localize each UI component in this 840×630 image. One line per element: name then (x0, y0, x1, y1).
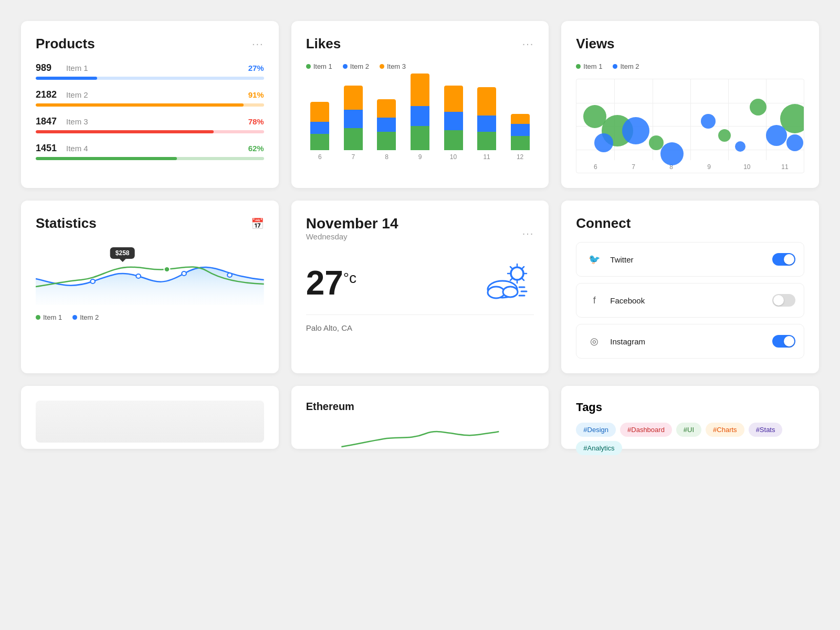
tag[interactable]: #Charts (706, 423, 744, 437)
bubble (594, 133, 613, 152)
legend-item: Item 3 (380, 62, 406, 70)
views-header: Views (576, 36, 804, 52)
likes-chart: 6 7 8 9 (306, 79, 534, 173)
weather-temp: 27 °c (306, 264, 356, 302)
svg-line-13 (510, 279, 512, 280)
product-row: 1847 Item 3 78% (36, 116, 264, 133)
products-menu[interactable]: ··· (252, 38, 264, 50)
bottom-left-card (21, 386, 279, 449)
svg-line-10 (510, 267, 512, 268)
ethereum-chart (306, 423, 534, 452)
tags-card: Tags #Design#Dashboard#UI#Charts#Stats#A… (561, 386, 819, 449)
bubble-chart: 67891011 (576, 79, 804, 173)
svg-point-16 (503, 287, 518, 297)
connect-platform-name: Twitter (610, 255, 772, 264)
weather-main: 27 °c (306, 262, 534, 304)
connect-item: ◎ Instagram (576, 324, 804, 359)
svg-point-15 (488, 287, 505, 298)
svg-point-5 (511, 267, 523, 280)
connect-platform-name: Instagram (610, 337, 772, 346)
bubble (735, 141, 746, 152)
bar-group: 10 (439, 86, 468, 161)
product-row: 989 Item 1 27% (36, 62, 264, 80)
svg-line-11 (522, 279, 524, 280)
tag[interactable]: #Dashboard (620, 423, 672, 437)
product-row: 1451 Item 4 62% (36, 143, 264, 160)
connect-platform-icon: ◎ (585, 332, 604, 351)
bar-group: 7 (339, 86, 368, 161)
legend-item: Item 1 (576, 62, 602, 70)
svg-point-2 (182, 271, 186, 276)
bubble (766, 125, 787, 146)
bubble (718, 129, 731, 142)
views-legend: Item 1 Item 2 (576, 62, 804, 70)
likes-menu[interactable]: ··· (522, 38, 534, 50)
ethereum-header: Ethereum (306, 401, 534, 413)
statistics-chart: $258 (36, 242, 264, 305)
bubble (750, 99, 766, 116)
views-chart: 67891011 (576, 79, 804, 173)
bubble (786, 134, 803, 151)
bar-chart: 6 7 8 9 (306, 79, 534, 173)
bar-group: 9 (406, 74, 434, 161)
products-list: 989 Item 1 27% 2182 Item 2 91% 1847 Item… (36, 62, 264, 160)
tag[interactable]: #Analytics (576, 441, 622, 455)
tags-title: Tags (576, 401, 804, 414)
connect-platform-icon: f (585, 291, 604, 310)
calendar-icon[interactable]: 📅 (251, 217, 264, 230)
connect-toggle[interactable] (772, 335, 795, 348)
svg-point-4 (164, 267, 170, 272)
stat-legend-item: Item 2 (72, 313, 99, 321)
stat-legend-item: Item 1 (36, 313, 62, 321)
bubble (701, 114, 716, 129)
connect-toggle[interactable] (772, 294, 795, 307)
bubble (649, 135, 664, 150)
products-card: Products ··· 989 Item 1 27% 2182 Item 2 … (21, 21, 279, 188)
bar-group: 8 (373, 99, 401, 161)
connect-item: 🐦 Twitter (576, 242, 804, 277)
svg-point-0 (90, 279, 95, 284)
bubble (660, 142, 684, 165)
tooltip: $258 (110, 247, 135, 259)
statistics-legend: Item 1 Item 2 (36, 313, 264, 321)
weather-location: Palo Alto, CA (306, 314, 534, 332)
svg-point-3 (227, 273, 232, 277)
ethereum-card: Ethereum (291, 386, 549, 449)
statistics-header: Statistics 📅 (36, 215, 264, 232)
connect-header: Connect (576, 215, 804, 232)
connect-platform-name: Facebook (610, 296, 772, 305)
product-row: 2182 Item 2 91% (36, 89, 264, 107)
connect-platform-icon: 🐦 (585, 250, 604, 269)
weather-menu[interactable]: ··· (522, 227, 534, 239)
views-card: Views Item 1 Item 2 67891011 (561, 21, 819, 188)
weather-icon (481, 262, 534, 304)
ethereum-title: Ethereum (306, 401, 354, 413)
svg-line-12 (522, 267, 524, 268)
connect-card: Connect 🐦 Twitter f Facebook ◎ Instagram (561, 201, 819, 373)
bar-group: 11 (472, 87, 501, 161)
bubble (622, 117, 649, 144)
views-title: Views (576, 36, 614, 52)
connect-toggle[interactable] (772, 253, 795, 266)
weather-unit: °c (343, 270, 356, 287)
weather-title-group: November 14 Wednesday (306, 215, 398, 251)
legend-item: Item 1 (306, 62, 332, 70)
statistics-card: Statistics 📅 $258 (21, 201, 279, 373)
connect-item: f Facebook (576, 283, 804, 318)
tag[interactable]: #UI (676, 423, 701, 437)
legend-item: Item 2 (343, 62, 369, 70)
weather-day: Wednesday (306, 232, 398, 241)
weather-header: November 14 Wednesday ··· (306, 215, 534, 251)
tag[interactable]: #Stats (749, 423, 783, 437)
bar-group: 6 (306, 102, 334, 161)
tags-wrap: #Design#Dashboard#UI#Charts#Stats#Analyt… (576, 423, 804, 455)
likes-card: Likes ··· Item 1 Item 2 Item 3 6 7 (291, 21, 549, 188)
svg-point-1 (136, 274, 141, 278)
line-chart-svg (36, 242, 264, 305)
weather-card: November 14 Wednesday ··· 27 °c (291, 201, 549, 373)
likes-legend: Item 1 Item 2 Item 3 (306, 62, 534, 70)
products-title: Products (36, 36, 95, 52)
likes-title: Likes (306, 36, 341, 52)
bar-group: 12 (506, 114, 534, 161)
tag[interactable]: #Design (576, 423, 616, 437)
